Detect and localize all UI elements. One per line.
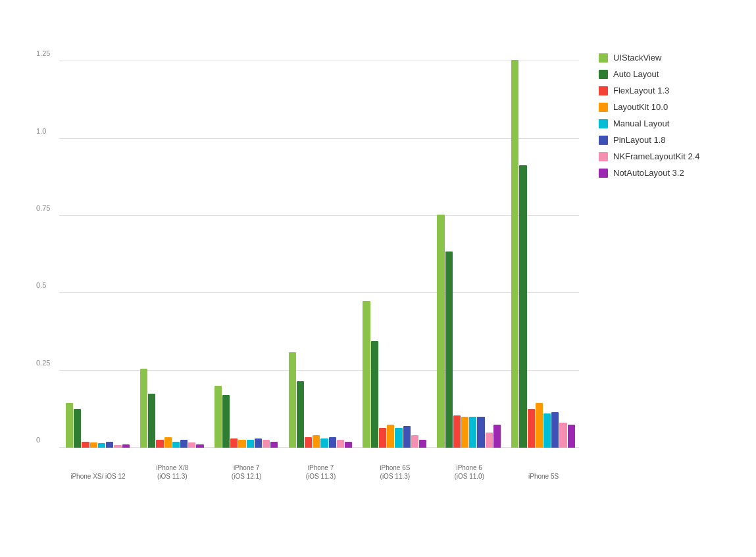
bar (156, 440, 163, 448)
legend-color-swatch (599, 53, 608, 63)
bar (395, 428, 402, 448)
x-axis-label: iPhone 5S (511, 472, 576, 481)
bar (297, 381, 304, 448)
bar (230, 438, 238, 448)
grid-label: 1.25 (36, 49, 50, 57)
bar (493, 425, 501, 448)
bar (568, 425, 575, 448)
bar-group: iPhone 6(iOS 11.0) (437, 215, 501, 448)
bar (66, 403, 73, 448)
bar (313, 435, 320, 448)
bar (511, 60, 518, 448)
bar (164, 437, 172, 448)
bar (140, 369, 147, 448)
bar (337, 440, 344, 448)
legend-label: NotAutoLayout 3.2 (613, 168, 684, 178)
legend-color-swatch (599, 119, 608, 128)
bar (214, 386, 222, 448)
legend-label: LayoutKit 10.0 (613, 102, 668, 112)
bar (222, 395, 230, 448)
page: 00.250.50.751.01.25iPhone XS/ iOS 12iPho… (0, 0, 756, 557)
legend-color-swatch (599, 136, 608, 145)
legend-color-swatch (599, 152, 608, 161)
legend-item: UIStackView (599, 53, 700, 63)
legend-label: UIStackView (613, 53, 661, 63)
bar (74, 409, 81, 448)
bar (188, 442, 195, 448)
bar-group: iPhone 7(iOS 11.3) (289, 352, 353, 448)
bar (419, 440, 426, 448)
bar (172, 442, 180, 448)
bar-group: iPhone 7(iOS 12.1) (214, 386, 279, 448)
bar (437, 215, 444, 448)
bar (329, 437, 336, 448)
grid-label: 0.25 (36, 359, 50, 367)
bar (82, 442, 89, 448)
grid-label: 0 (36, 436, 40, 444)
bar (106, 442, 113, 448)
bar (469, 417, 476, 448)
bar (90, 442, 97, 448)
chart-area: 00.250.50.751.01.25iPhone XS/ iOS 12iPho… (20, 40, 579, 487)
bar (98, 443, 105, 448)
x-axis-label: iPhone 6(iOS 11.0) (437, 464, 501, 481)
bar (320, 438, 328, 448)
legend-color-swatch (599, 86, 608, 95)
bar (196, 444, 203, 448)
bar-group: iPhone XS/ iOS 12 (66, 403, 130, 448)
grid-label: 1.0 (36, 127, 46, 135)
bar-group: iPhone X/8(iOS 11.3) (140, 369, 205, 448)
bar (263, 440, 270, 448)
bar (148, 394, 155, 448)
grid-line (59, 61, 579, 61)
legend-item: LayoutKit 10.0 (599, 102, 700, 112)
bar (551, 412, 559, 448)
x-axis-label: iPhone XS/ iOS 12 (66, 472, 130, 481)
bar (114, 445, 121, 448)
bar (379, 428, 386, 448)
bar (536, 403, 543, 448)
bar (238, 440, 245, 448)
bar (255, 438, 262, 448)
legend: UIStackViewAuto LayoutFlexLayout 1.3Layo… (599, 53, 700, 178)
bar (247, 440, 254, 448)
legend-color-swatch (599, 103, 608, 112)
x-axis-label: iPhone X/8(iOS 11.3) (140, 464, 205, 481)
legend-item: NKFrameLayoutKit 2.4 (599, 151, 700, 161)
grid-and-bars: 00.250.50.751.01.25iPhone XS/ iOS 12iPho… (59, 46, 579, 448)
bar (445, 252, 453, 448)
x-axis-label: iPhone 6S(iOS 11.3) (363, 464, 427, 481)
grid-line (59, 138, 579, 139)
legend-item: FlexLayout 1.3 (599, 86, 700, 95)
bar (345, 442, 352, 448)
legend-item: NotAutoLayout 3.2 (599, 168, 700, 178)
bar (461, 417, 468, 448)
legend-item: Manual Layout (599, 119, 700, 128)
legend-label: NKFrameLayoutKit 2.4 (613, 151, 700, 161)
grid-label: 0.5 (36, 281, 46, 289)
chart-container: 00.250.50.751.01.25iPhone XS/ iOS 12iPho… (20, 40, 743, 487)
legend-label: Manual Layout (613, 119, 669, 128)
legend-label: FlexLayout 1.3 (613, 86, 669, 95)
bar (180, 440, 188, 448)
bar (486, 433, 493, 448)
legend-item: Auto Layout (599, 69, 700, 79)
legend-label: Auto Layout (613, 69, 659, 79)
bar (411, 435, 418, 448)
grid-label: 0.75 (36, 204, 50, 212)
bar-group: iPhone 5S (511, 60, 576, 448)
bar-group: iPhone 6S(iOS 11.3) (363, 301, 427, 448)
legend-color-swatch (599, 70, 608, 79)
bar (387, 425, 394, 448)
bar (371, 341, 378, 448)
bar (270, 442, 278, 448)
bar (363, 301, 370, 448)
bar (122, 444, 130, 448)
x-axis-label: iPhone 7(iOS 12.1) (214, 464, 279, 481)
bar (403, 426, 411, 448)
bar (305, 437, 312, 448)
legend-label: PinLayout 1.8 (613, 135, 666, 145)
legend-item: PinLayout 1.8 (599, 135, 700, 145)
legend-color-swatch (599, 169, 608, 178)
bar (453, 415, 461, 448)
